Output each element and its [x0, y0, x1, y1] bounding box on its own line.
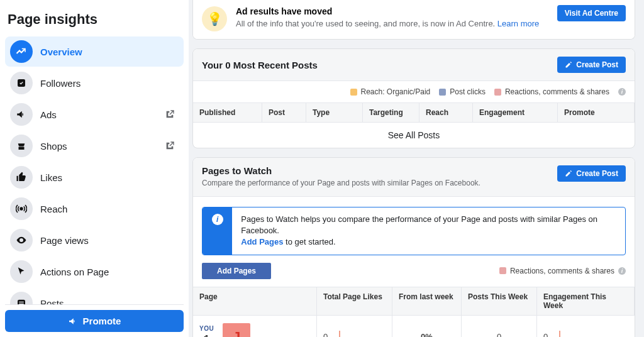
views-icon: [10, 229, 33, 251]
cell-posts-week: 0: [497, 332, 501, 337]
col-engagement[interactable]: Engagement: [473, 103, 558, 122]
cell-last-week: 0%: [421, 332, 433, 337]
sidebar-item-page-views[interactable]: Page views: [5, 225, 184, 255]
megaphone-icon: [68, 316, 78, 326]
legend-reactions: Reactions, comments & shares: [494, 87, 609, 96]
ptw-subtitle: Compare the performance of your Page and…: [202, 179, 480, 187]
sidebar-item-shops[interactable]: Shops: [5, 131, 184, 161]
sidebar-item-label: Page views: [40, 235, 179, 246]
create-post-button-2[interactable]: Create Post: [557, 165, 626, 182]
reach-icon: [10, 197, 33, 220]
sidebar-item-label: Followers: [40, 78, 179, 89]
ad-banner-body: All of the info that you're used to seei…: [236, 19, 539, 28]
pencil-icon: [565, 61, 572, 69]
wcol-likes[interactable]: Total Page Likes: [317, 287, 392, 315]
followers-icon: [10, 72, 33, 94]
recent-posts-card: Your 0 Most Recent Posts Create Post Rea…: [192, 48, 635, 148]
visit-ad-centre-button[interactable]: Visit Ad Centre: [557, 5, 626, 21]
page-avatar: J: [223, 323, 250, 337]
create-post-button[interactable]: Create Post: [557, 57, 626, 73]
svg-rect-4: [19, 302, 24, 302]
col-promote[interactable]: Promote: [558, 103, 635, 122]
col-published[interactable]: Published: [193, 103, 262, 122]
cell-total-likes: 0: [323, 332, 328, 337]
overview-icon: [10, 40, 33, 63]
external-link-icon: [165, 141, 175, 151]
col-reach[interactable]: Reach: [419, 103, 473, 122]
external-link-icon: [165, 109, 175, 119]
sidebar-item-actions[interactable]: Actions on Page: [5, 257, 184, 287]
ad-banner-title: Ad results have moved: [236, 6, 539, 16]
col-post[interactable]: Post: [262, 103, 306, 122]
wcol-engweek[interactable]: Engagement This Week: [537, 287, 635, 315]
sidebar: Page insights Overview Followers Ads: [0, 0, 189, 337]
wcol-postsweek[interactable]: Posts This Week: [462, 287, 537, 315]
sidebar-item-label: Reach: [40, 204, 179, 214]
sidebar-item-label: Overview: [40, 47, 179, 57]
page-title: Page insights: [5, 5, 184, 36]
info-icon[interactable]: i: [618, 267, 626, 275]
ads-icon: [10, 103, 33, 126]
legend-clicks: Post clicks: [439, 87, 486, 96]
sidebar-item-label: Ads: [40, 109, 157, 120]
wcol-page[interactable]: Page: [193, 287, 317, 315]
sidebar-item-label: Shops: [40, 141, 157, 152]
col-type[interactable]: Type: [306, 103, 363, 122]
sidebar-item-label: Likes: [40, 172, 179, 183]
legend-row: Reach: Organic/Paid Post clicks Reaction…: [193, 81, 635, 102]
sidebar-nav: Overview Followers Ads Shops: [5, 36, 184, 332]
promote-bar: Promote: [5, 304, 184, 332]
learn-more-link[interactable]: Learn more: [497, 19, 539, 28]
shops-icon: [10, 135, 33, 157]
col-targeting[interactable]: Targeting: [363, 103, 419, 122]
legend-reactions-2: Reactions, comments & shares i: [499, 267, 626, 275]
watch-table-row[interactable]: YOU 1 J 0 0% 0 0: [193, 316, 635, 337]
info-icon[interactable]: i: [618, 88, 626, 96]
promote-button[interactable]: Promote: [5, 310, 184, 332]
ptw-info-box: i Pages to Watch helps you compare the p…: [202, 207, 626, 255]
wcol-lastweek[interactable]: From last week: [392, 287, 462, 315]
add-pages-link[interactable]: Add Pages: [241, 237, 283, 246]
svg-point-2: [21, 240, 23, 241]
recent-posts-title: Your 0 Most Recent Posts: [202, 60, 318, 70]
lightbulb-icon: 💡: [202, 6, 227, 31]
cursor-icon: [10, 260, 33, 283]
see-all-posts-link[interactable]: See All Posts: [193, 123, 635, 148]
ad-results-banner: 💡 Ad results have moved All of the info …: [192, 0, 635, 40]
sidebar-item-likes[interactable]: Likes: [5, 162, 184, 192]
posts-table-header: Published Post Type Targeting Reach Enga…: [193, 102, 635, 123]
sidebar-item-overview[interactable]: Overview: [5, 36, 184, 67]
likes-icon: [10, 166, 33, 189]
sidebar-item-ads[interactable]: Ads: [5, 99, 184, 130]
sidebar-item-followers[interactable]: Followers: [5, 68, 184, 98]
ptw-title: Pages to Watch: [202, 165, 480, 176]
info-icon: i: [203, 207, 232, 255]
sidebar-item-label: Actions on Page: [40, 267, 179, 277]
pencil-icon: [565, 170, 572, 177]
main-content: 💡 Ad results have moved All of the info …: [189, 0, 644, 337]
cell-engagement-week: 0: [543, 332, 548, 337]
sidebar-item-reach[interactable]: Reach: [5, 194, 184, 224]
pages-to-watch-card: Pages to Watch Compare the performance o…: [192, 157, 635, 337]
promote-label: Promote: [83, 316, 121, 326]
watch-table-header: Page Total Page Likes From last week Pos…: [193, 287, 635, 316]
svg-point-1: [20, 207, 23, 210]
legend-reach: Reach: Organic/Paid: [350, 87, 431, 96]
add-pages-button[interactable]: Add Pages: [202, 263, 271, 279]
you-rank: YOU 1: [199, 325, 214, 337]
